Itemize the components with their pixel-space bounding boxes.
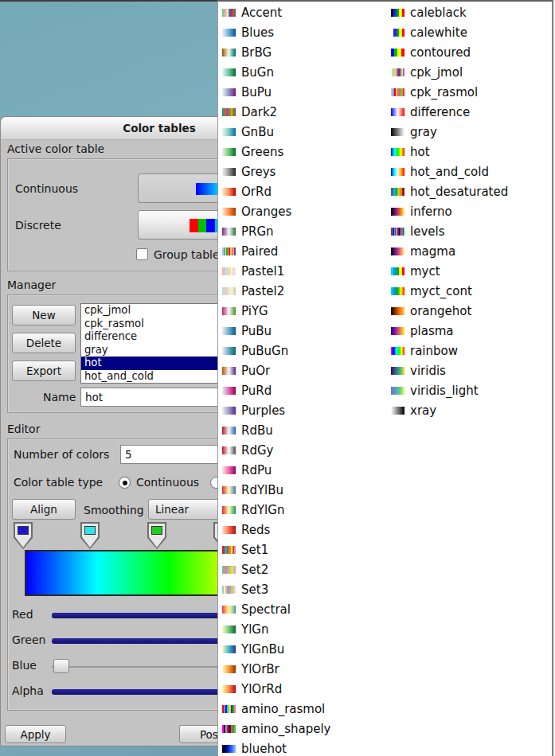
menu-item-YlOrRd[interactable]: YlOrRd — [222, 679, 385, 699]
continuous-type-radio[interactable] — [119, 477, 131, 489]
menu-item-difference[interactable]: difference — [391, 102, 550, 122]
colormap-swatch-icon — [222, 606, 236, 614]
menu-item-calewhite[interactable]: calewhite — [391, 22, 550, 42]
number-of-colors-value: 5 — [125, 448, 132, 461]
menu-item-hot[interactable]: hot — [391, 142, 550, 162]
menu-item-viridis[interactable]: viridis — [391, 360, 550, 380]
menu-item-Blues[interactable]: Blues — [222, 22, 385, 42]
menu-item-label: YlOrRd — [241, 682, 282, 696]
menu-item-Pastel1[interactable]: Pastel1 — [222, 261, 385, 281]
menu-item-PuOr[interactable]: PuOr — [222, 360, 385, 380]
menu-item-hot_desaturated[interactable]: hot_desaturated — [391, 181, 550, 201]
menu-item-caleblack[interactable]: caleblack — [391, 2, 550, 22]
menu-item-viridis_light[interactable]: viridis_light — [391, 380, 550, 400]
menu-item-Spectral[interactable]: Spectral — [222, 599, 385, 619]
menu-item-myct_cont[interactable]: myct_cont — [391, 281, 550, 301]
menu-item-Accent[interactable]: Accent — [222, 2, 385, 22]
menu-item-YlGn[interactable]: YlGn — [222, 619, 385, 639]
menu-item-PuRd[interactable]: PuRd — [222, 380, 385, 400]
menu-item-contoured[interactable]: contoured — [391, 42, 550, 62]
menu-item-Set1[interactable]: Set1 — [222, 540, 385, 559]
menu-item-Dark2[interactable]: Dark2 — [222, 102, 385, 122]
menu-item-inferno[interactable]: inferno — [391, 201, 550, 221]
menu-item-label: Set2 — [241, 563, 268, 577]
menu-item-Greys[interactable]: Greys — [222, 162, 385, 181]
menu-item-RdYlBu[interactable]: RdYlBu — [222, 480, 385, 500]
menu-item-label: PuBuGn — [241, 344, 288, 358]
menu-item-BrBG[interactable]: BrBG — [222, 42, 385, 62]
menu-item-label: RdBu — [241, 423, 273, 438]
menu-item-amino_shapely[interactable]: amino_shapely — [222, 719, 385, 738]
menu-item-label: amino_shapely — [241, 722, 330, 736]
menu-item-label: Pastel1 — [241, 264, 284, 279]
menu-item-RdPu[interactable]: RdPu — [222, 460, 385, 480]
menu-item-label: PuRd — [241, 384, 272, 398]
menu-item-PRGn[interactable]: PRGn — [222, 221, 385, 241]
menu-item-orangehot[interactable]: orangehot — [391, 301, 550, 321]
menu-item-label: PuOr — [241, 364, 270, 378]
gradient-marker-1[interactable] — [14, 522, 33, 549]
menu-item-rainbow[interactable]: rainbow — [391, 341, 550, 360]
menu-item-label: Greys — [241, 165, 276, 179]
menu-item-amino_rasmol[interactable]: amino_rasmol — [222, 699, 385, 719]
menu-item-BuGn[interactable]: BuGn — [222, 62, 385, 82]
menu-item-PiYG[interactable]: PiYG — [222, 301, 385, 321]
menu-item-label: inferno — [410, 205, 452, 219]
menu-item-PuBu[interactable]: PuBu — [222, 321, 385, 341]
menu-item-magma[interactable]: magma — [391, 241, 550, 261]
menu-item-Paired[interactable]: Paired — [222, 241, 385, 261]
menu-item-Purples[interactable]: Purples — [222, 400, 385, 420]
menu-item-xray[interactable]: xray — [391, 400, 550, 420]
apply-button[interactable]: Apply — [5, 725, 66, 743]
colormap-swatch-icon — [391, 148, 405, 156]
menu-item-RdYlGn[interactable]: RdYlGn — [222, 500, 385, 520]
menu-item-label: GnBu — [241, 125, 274, 139]
red-slider-label: Red — [12, 608, 33, 621]
menu-item-YlGnBu[interactable]: YlGnBu — [222, 639, 385, 659]
menu-item-RdGy[interactable]: RdGy — [222, 440, 385, 460]
menu-item-Oranges[interactable]: Oranges — [222, 201, 385, 221]
align-button[interactable]: Align — [12, 499, 76, 520]
menu-item-OrRd[interactable]: OrRd — [222, 181, 385, 201]
menu-item-Set3[interactable]: Set3 — [222, 579, 385, 599]
delete-button[interactable]: Delete — [12, 333, 76, 353]
gradient-marker-2[interactable] — [80, 522, 100, 549]
export-button[interactable]: Export — [12, 360, 76, 381]
menu-item-RdBu[interactable]: RdBu — [222, 420, 385, 440]
colormap-swatch-icon — [391, 49, 405, 57]
menu-item-label: Greens — [241, 145, 283, 159]
colormap-swatch-icon — [222, 625, 236, 633]
menu-item-label: RdPu — [241, 463, 272, 477]
menu-item-label: RdGy — [241, 443, 273, 458]
menu-item-bluehot[interactable]: bluehot — [222, 738, 385, 756]
menu-item-BuPu[interactable]: BuPu — [222, 82, 385, 102]
editor-section-label: Editor — [7, 423, 40, 435]
menu-item-YlOrBr[interactable]: YlOrBr — [222, 659, 385, 679]
menu-item-Set2[interactable]: Set2 — [222, 559, 385, 579]
menu-item-myct[interactable]: myct — [391, 261, 550, 281]
colormap-swatch-icon — [391, 29, 405, 37]
colormap-swatch-icon — [391, 327, 405, 335]
menu-item-Pastel2[interactable]: Pastel2 — [222, 281, 385, 301]
menu-item-cpk_rasmol[interactable]: cpk_rasmol — [391, 82, 550, 102]
colormap-swatch-icon — [391, 387, 405, 395]
delete-button-label: Delete — [26, 337, 61, 349]
color-table-type-label: Color table type — [14, 476, 103, 489]
group-tables-checkbox[interactable] — [136, 248, 148, 260]
menu-item-label: orangehot — [410, 304, 471, 318]
blue-slider-handle[interactable] — [53, 659, 69, 673]
menu-item-Reds[interactable]: Reds — [222, 520, 385, 540]
menu-item-cpk_jmol[interactable]: cpk_jmol — [391, 62, 550, 82]
menu-item-label: Blues — [241, 25, 274, 40]
menu-item-label: gray — [410, 125, 437, 139]
menu-item-levels[interactable]: levels — [391, 221, 550, 241]
menu-item-GnBu[interactable]: GnBu — [222, 122, 385, 142]
menu-item-gray[interactable]: gray — [391, 122, 550, 142]
gradient-marker-3[interactable] — [147, 522, 166, 549]
menu-item-PuBuGn[interactable]: PuBuGn — [222, 341, 385, 360]
colormap-swatch-icon — [222, 88, 236, 96]
menu-item-plasma[interactable]: plasma — [391, 321, 550, 341]
menu-item-hot_and_cold[interactable]: hot_and_cold — [391, 162, 550, 181]
menu-item-Greens[interactable]: Greens — [222, 142, 385, 162]
new-button[interactable]: New — [12, 305, 76, 325]
